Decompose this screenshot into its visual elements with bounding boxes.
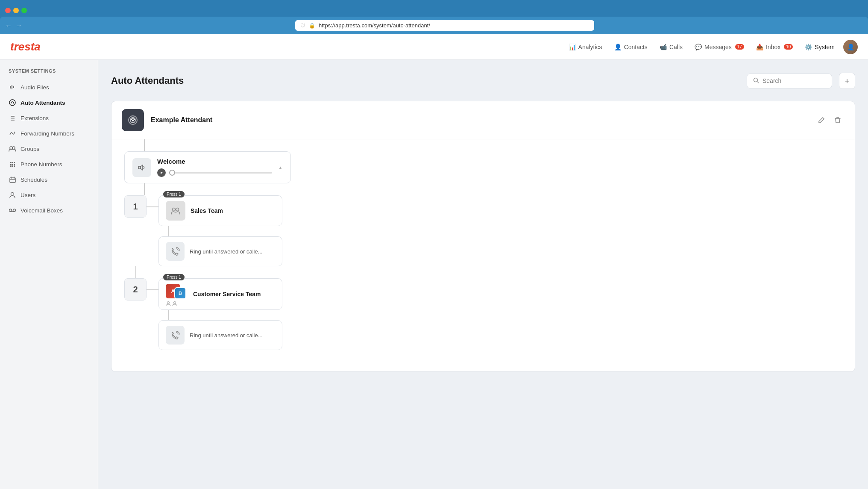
sidebar-item-voicemail-boxes[interactable]: Voicemail Boxes [0, 203, 98, 218]
add-attendant-button[interactable]: ＋ [839, 73, 855, 89]
branch-1-nodes: Press 1 [158, 195, 282, 266]
collapse-icon[interactable]: ▲ [278, 165, 283, 170]
back-button[interactable]: ← [5, 22, 12, 29]
play-icon: ▶ [161, 171, 163, 174]
nav-messages[interactable]: 💬 Messages 17 [695, 44, 744, 50]
traffic-light-yellow[interactable] [13, 8, 19, 13]
attendant-actions [815, 113, 845, 127]
sidebar-item-phone-numbers[interactable]: Phone Numbers [0, 156, 98, 172]
svg-line-25 [757, 81, 759, 83]
audio-track[interactable] [169, 172, 272, 174]
svg-rect-29 [138, 166, 141, 169]
system-icon: ⚙️ [805, 44, 812, 50]
welcome-node: Welcome ▶ ▲ [124, 151, 291, 183]
auto-attendants-icon [9, 99, 16, 106]
h-connector-1 [147, 206, 158, 207]
shield-icon: 🛡 [300, 23, 305, 29]
nav-inbox[interactable]: 📥 Inbox 10 [756, 44, 793, 50]
inbox-badge: 10 [784, 44, 793, 50]
forward-button[interactable]: → [15, 22, 22, 29]
welcome-icon-box [132, 158, 151, 177]
team-icon [170, 206, 181, 215]
svg-rect-11 [12, 164, 13, 165]
nav-contacts[interactable]: 👤 Contacts [614, 44, 648, 50]
phone-numbers-icon [9, 160, 16, 168]
sidebar-item-auto-attendants[interactable]: Auto Attendants [0, 95, 98, 110]
attendant-icon-box [122, 109, 144, 131]
sales-team-card: Press 1 [158, 195, 282, 226]
sidebar-item-groups[interactable]: Groups [0, 141, 98, 156]
svg-point-21 [9, 209, 12, 212]
welcome-title: Welcome [157, 158, 272, 165]
avatar[interactable]: 👤 [843, 40, 858, 54]
svg-rect-16 [10, 178, 15, 183]
svg-point-33 [174, 302, 176, 304]
extensions-icon [9, 114, 16, 122]
sidebar-item-schedules[interactable]: Schedules [0, 172, 98, 187]
cs-small-icons [166, 301, 177, 306]
cs-team-name: Customer Service Team [193, 291, 261, 298]
svg-rect-14 [12, 165, 13, 167]
svg-point-22 [13, 209, 16, 212]
ring-text-1: Ring until answered or calle... [190, 248, 263, 255]
svg-point-32 [167, 302, 170, 304]
ring-card-1: Ring until answered or calle... [158, 236, 282, 266]
delete-button[interactable] [831, 113, 845, 127]
sidebar-item-forwarding-numbers[interactable]: Forwarding Numbers [0, 126, 98, 141]
search-input[interactable] [762, 77, 826, 84]
svg-rect-7 [10, 162, 12, 163]
sidebar-item-extensions[interactable]: Extensions [0, 110, 98, 126]
page-header: Auto Attendants ＋ [111, 73, 855, 89]
sidebar-item-audio-files[interactable]: Audio Files [0, 80, 98, 95]
messages-icon: 💬 [695, 44, 702, 50]
nav-analytics[interactable]: 📊 Analytics [569, 44, 602, 50]
press-badge-2: Press 1 [163, 274, 185, 280]
svg-point-30 [173, 208, 176, 211]
address-bar[interactable]: 🛡 🔒 https://app.tresta.com/system/auto-a… [295, 20, 594, 31]
svg-point-5 [10, 147, 12, 149]
main-nav: 📊 Analytics 👤 Contacts 📹 Calls 💬 Message… [569, 44, 835, 50]
contacts-icon: 👤 [614, 44, 622, 50]
edit-button[interactable] [815, 113, 828, 127]
press-badge-1: Press 1 [163, 191, 185, 197]
cs-team-card: Press 1 A B [158, 278, 282, 310]
nav-system[interactable]: ⚙️ System [805, 44, 835, 50]
play-button[interactable]: ▶ [157, 168, 166, 177]
users-icon [9, 191, 16, 199]
svg-point-31 [176, 208, 179, 211]
attendant-name: Example Attendant [151, 116, 808, 124]
sidebar-item-users[interactable]: Users [0, 187, 98, 203]
ring-card-2: Ring until answered or calle... [158, 320, 282, 350]
content-area: Auto Attendants ＋ [98, 60, 868, 489]
welcome-content: Welcome ▶ [157, 158, 272, 177]
v-line-3 [168, 226, 169, 236]
ring-phone-icon [170, 247, 180, 256]
traffic-light-green[interactable] [21, 8, 27, 13]
v-line-5 [168, 310, 169, 320]
svg-point-20 [11, 192, 14, 195]
ring-text-2: Ring until answered or calle... [190, 332, 263, 339]
traffic-light-red[interactable] [5, 8, 11, 13]
voicemail-boxes-icon [9, 206, 16, 214]
page-title: Auto Attendants [111, 75, 184, 86]
branch-2-nodes: Press 1 A B [158, 278, 282, 350]
schedules-icon [9, 176, 16, 183]
cs-avatar-group: A B [166, 284, 188, 304]
messages-badge: 17 [735, 44, 744, 50]
svg-point-0 [9, 100, 15, 106]
ring-phone-icon-2 [170, 330, 180, 340]
audio-scrubber[interactable] [169, 170, 175, 176]
flow-diagram: Welcome ▶ ▲ [111, 139, 855, 371]
branch-2: 2 Press 1 A B [124, 278, 282, 350]
lock-icon: 🔒 [309, 23, 315, 29]
phone-wave-icon [127, 115, 138, 126]
h-connector-2 [147, 289, 158, 290]
attendant-header: Example Attendant [111, 101, 855, 139]
main-layout: SYSTEM SETTINGS Audio Files Auto Attenda… [0, 60, 868, 489]
search-icon [753, 77, 759, 85]
svg-rect-15 [14, 165, 15, 167]
svg-rect-8 [12, 162, 13, 163]
forwarding-numbers-icon [9, 130, 16, 137]
nav-calls[interactable]: 📹 Calls [660, 44, 683, 50]
audio-files-icon [9, 83, 16, 91]
